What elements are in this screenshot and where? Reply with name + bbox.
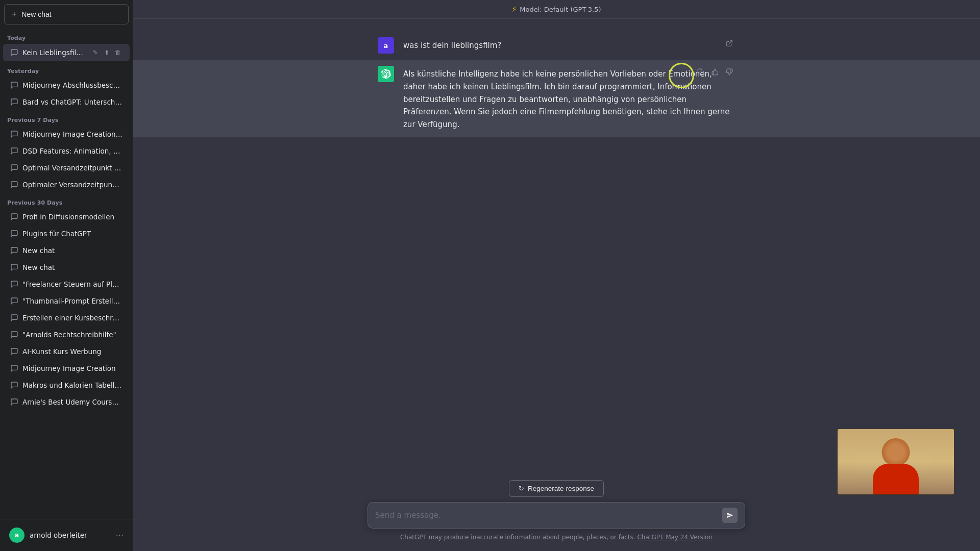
regenerate-button[interactable]: ↻ Regenerate response bbox=[509, 480, 604, 497]
chat-item-plugins-chatgpt[interactable]: Plugins für ChatGPT bbox=[3, 226, 130, 242]
section-prev30: Previous 30 Days bbox=[0, 193, 133, 208]
chat-label: Optimaler Versandzeitpunkt... bbox=[22, 181, 122, 189]
user-message-content: a was ist dein lieblingsfilm? bbox=[368, 37, 745, 54]
chat-item-erstellen-kurs[interactable]: Erstellen einer Kursbeschreib... bbox=[3, 310, 130, 326]
edit-icon[interactable]: ✎ bbox=[91, 48, 100, 57]
chat-item-midjourney-abschluss[interactable]: Midjourney Abschlussbeschei... bbox=[3, 77, 130, 93]
chat-label: Kein Lieblingsfilm AI bbox=[22, 48, 87, 57]
chat-label: New chat bbox=[22, 246, 122, 255]
chat-label: New chat bbox=[22, 263, 122, 271]
plus-icon: + bbox=[12, 10, 16, 19]
chat-label: Optimal Versandzeitpunkt für... bbox=[22, 164, 122, 172]
chat-icon bbox=[10, 381, 18, 389]
chat-icon bbox=[10, 263, 18, 271]
chat-label: Erstellen einer Kursbeschreib... bbox=[22, 314, 122, 322]
thumbdown-button[interactable] bbox=[724, 67, 735, 77]
delete-icon[interactable]: 🗑 bbox=[113, 48, 122, 57]
new-chat-button[interactable]: + New chat bbox=[4, 4, 129, 24]
svg-line-0 bbox=[729, 41, 732, 44]
chat-label: Plugins für ChatGPT bbox=[22, 230, 122, 238]
chat-label: Midjourney Image Creation bbox=[22, 364, 122, 372]
footer-note-text: ChatGPT may produce inaccurate informati… bbox=[400, 534, 637, 541]
message-actions bbox=[724, 38, 735, 48]
section-yesterday: Yesterday bbox=[0, 62, 133, 77]
footer-version-link[interactable]: ChatGPT May 24 Version bbox=[637, 534, 713, 541]
regenerate-icon: ↻ bbox=[519, 485, 524, 492]
webcam-video bbox=[838, 429, 954, 494]
chat-icon bbox=[10, 164, 18, 172]
section-prev7: Previous 7 Days bbox=[0, 111, 133, 126]
chat-icon bbox=[10, 98, 18, 106]
assistant-message-row: Als künstliche Intelligenz habe ich kein… bbox=[133, 60, 980, 137]
chat-icon bbox=[10, 297, 18, 305]
chat-label: Midjourney Abschlussbeschei... bbox=[22, 81, 122, 89]
chat-item-freelancer[interactable]: "Freelancer Steuern auf Plattf... bbox=[3, 276, 130, 292]
chat-label: "Thumbnail-Prompt Erstellun... bbox=[22, 297, 122, 305]
chat-icon bbox=[10, 81, 18, 89]
chat-label: AI-Kunst Kurs Werbung bbox=[22, 347, 122, 356]
new-chat-label: New chat bbox=[21, 10, 51, 18]
webcam-overlay bbox=[837, 429, 954, 495]
chat-item-arnies-udemy[interactable]: Arnie's Best Udemy Courses... bbox=[3, 394, 130, 410]
chat-area: a was ist dein lieblingsfilm? Als künstl… bbox=[133, 19, 980, 475]
username-label: arnold oberleiter bbox=[30, 531, 111, 539]
chat-item-dsd-features[interactable]: DSD Features: Animation, Vid... bbox=[3, 143, 130, 159]
chat-icon bbox=[10, 347, 18, 356]
chat-icon bbox=[10, 246, 18, 255]
chat-label: Bard vs ChatGPT: Unterschied... bbox=[22, 98, 122, 106]
chat-item-thumbnail[interactable]: "Thumbnail-Prompt Erstellun... bbox=[3, 293, 130, 309]
chat-icon bbox=[10, 398, 18, 406]
chat-icon bbox=[10, 213, 18, 221]
chat-label: "Freelancer Steuern auf Plattf... bbox=[22, 280, 122, 288]
chat-label: Midjourney Image Creation... bbox=[22, 130, 122, 138]
chat-label: Profi in Diffusionsmodellen bbox=[22, 213, 122, 221]
chat-item-arnolds-recht[interactable]: "Arnolds Rechtschreibhilfe" bbox=[3, 327, 130, 343]
thumbup-button[interactable] bbox=[709, 67, 721, 77]
chat-icon bbox=[10, 181, 18, 189]
chat-label: DSD Features: Animation, Vid... bbox=[22, 147, 122, 155]
assistant-message-text: Als künstliche Intelligenz habe ich kein… bbox=[403, 66, 735, 131]
sidebar-footer: a arnold oberleiter ··· bbox=[0, 519, 133, 551]
user-message-row: a was ist dein lieblingsfilm? bbox=[133, 31, 980, 60]
topbar: ⚡ Model: Default (GPT-3.5) bbox=[133, 0, 980, 19]
bolt-icon: ⚡ bbox=[511, 5, 517, 13]
assistant-message-actions bbox=[695, 67, 735, 77]
chat-label: Arnie's Best Udemy Courses... bbox=[22, 398, 122, 406]
chat-item-optimaler-versand2[interactable]: Optimaler Versandzeitpunkt... bbox=[3, 177, 130, 193]
chat-label: Makros und Kalorien Tabelle... bbox=[22, 381, 122, 389]
chat-icon bbox=[10, 130, 18, 138]
chat-item-bard-chatgpt[interactable]: Bard vs ChatGPT: Unterschied... bbox=[3, 94, 130, 110]
model-selector[interactable]: ⚡ Model: Default (GPT-3.5) bbox=[511, 5, 601, 13]
send-button[interactable] bbox=[722, 508, 738, 523]
user-avatar-icon: a bbox=[378, 37, 394, 54]
more-options-icon[interactable]: ··· bbox=[116, 531, 124, 540]
main-content: ⚡ Model: Default (GPT-3.5) a was ist dei… bbox=[133, 0, 980, 551]
message-input[interactable] bbox=[375, 510, 717, 521]
export-message-button[interactable] bbox=[724, 38, 735, 48]
chat-item-ai-kunst[interactable]: AI-Kunst Kurs Werbung bbox=[3, 343, 130, 360]
chat-icon bbox=[10, 314, 18, 322]
chat-icon bbox=[10, 147, 18, 155]
chat-icon bbox=[10, 230, 18, 238]
chat-item-midjourney-image2[interactable]: Midjourney Image Creation bbox=[3, 360, 130, 377]
model-name: Model: Default (GPT-3.5) bbox=[520, 6, 601, 13]
chat-item-kein-lieblingsfilm[interactable]: Kein Lieblingsfilm AI ✎ ⬆ 🗑 bbox=[3, 44, 130, 61]
copy-message-button[interactable] bbox=[695, 67, 706, 77]
user-avatar: a bbox=[9, 528, 24, 543]
chat-icon bbox=[10, 280, 18, 288]
chat-item-optimal-versand1[interactable]: Optimal Versandzeitpunkt für... bbox=[3, 160, 130, 176]
chat-item-midjourney-image[interactable]: Midjourney Image Creation... bbox=[3, 126, 130, 142]
chat-item-profi-diffusion[interactable]: Profi in Diffusionsmodellen bbox=[3, 209, 130, 225]
chat-item-new-chat-1[interactable]: New chat bbox=[3, 242, 130, 259]
chat-icon bbox=[10, 331, 18, 339]
regenerate-label: Regenerate response bbox=[528, 485, 594, 492]
share-icon[interactable]: ⬆ bbox=[102, 48, 111, 57]
footer-note: ChatGPT may produce inaccurate informati… bbox=[400, 534, 713, 541]
sidebar: + New chat Today Kein Lieblingsfilm AI ✎… bbox=[0, 0, 133, 551]
assistant-message-content: Als künstliche Intelligenz habe ich kein… bbox=[368, 66, 745, 131]
chat-label: "Arnolds Rechtschreibhilfe" bbox=[22, 331, 122, 339]
chat-item-new-chat-2[interactable]: New chat bbox=[3, 259, 130, 276]
chat-item-makros[interactable]: Makros und Kalorien Tabelle... bbox=[3, 377, 130, 393]
user-profile-button[interactable]: a arnold oberleiter ··· bbox=[4, 523, 129, 547]
svg-rect-1 bbox=[700, 71, 704, 75]
